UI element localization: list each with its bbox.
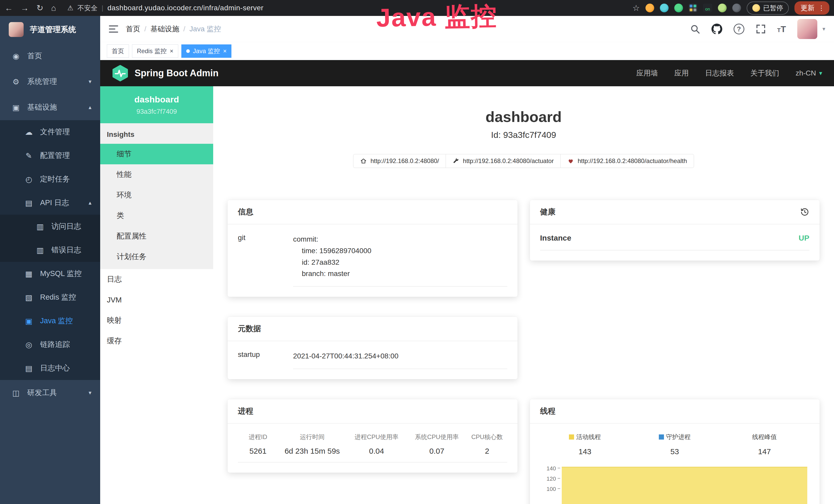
sba-nav-journal[interactable]: 日志报表 [705,68,734,78]
sba-item-details[interactable]: 细节 [100,144,213,164]
tag-java-monitor[interactable]: Java 监控 × [181,44,232,58]
gear-icon: ⚙ [11,77,21,86]
info-card: 信息 git commit: time: 1596289704000 id: 2… [227,200,518,297]
breadcrumb: 首页 / 基础设施 / Java 监控 [126,24,221,34]
sba-item-scheduled-tasks[interactable]: 计划任务 [100,247,213,267]
threads-chart-plot [562,465,810,504]
sidebar-item-java-monitor[interactable]: ▣ Java 监控 [0,309,100,333]
sidebar-item-infrastructure[interactable]: ▣ 基础设施 ▴ [0,94,100,120]
info-value: commit: time: 1596289704000 id: 27aa832 … [293,234,507,287]
update-button[interactable]: 更新 ⋮ [794,1,829,15]
back-icon[interactable]: ← [5,3,13,13]
process-card: 进程 进程ID 运行时间 进程CPU使用率 系统CPU使用率 CPU核心数 [227,399,518,473]
close-icon[interactable]: × [223,47,226,55]
github-icon[interactable] [711,24,722,35]
sidebar-item-log-center[interactable]: ▤ 日志中心 [0,357,100,380]
security-label[interactable]: 不安全 [77,4,97,13]
sidebar-item-access-logs[interactable]: ▥ 访问日志 [0,215,100,238]
instance-links: http://192.168.0.2:48080/ http://192.168… [227,154,820,168]
sba-item-environment[interactable]: 环境 [100,185,213,205]
home-icon[interactable]: ⌂ [51,3,56,13]
history-icon[interactable] [800,207,809,217]
chevron-down-icon: ▾ [819,70,822,77]
address-bar[interactable]: ⚠ 不安全 | dashboard.yudao.iocoder.cn/infra… [67,4,264,13]
layers-icon: ▧ [24,293,34,302]
sidebar-item-error-logs[interactable]: ▥ 错误日志 [0,238,100,262]
sba-nav-applications[interactable]: 应用 [675,68,689,78]
metadata-key: startup [238,350,293,369]
metadata-card: 元数据 startup 2021-04-27T00:44:31.254+08:0… [227,317,518,379]
threads-legend: 活动线程 143 守护进程 53 线程峰值 14 [540,433,810,456]
user-avatar[interactable] [797,19,817,39]
sidebar-item-api-logs[interactable]: ▤ API 日志 ▴ [0,191,100,215]
sba-item-jvm[interactable]: JVM [100,290,213,310]
health-instance-row: Instance UP [540,234,810,250]
forward-icon[interactable]: → [21,3,29,13]
extension-teal-icon[interactable] [660,4,668,12]
page: ← → ↻ ⌂ ⚠ 不安全 | dashboard.yudao.iocoder.… [0,0,834,504]
threads-card-title: 线程 [540,406,555,416]
refresh-icon[interactable]: ↻ [37,3,43,13]
sba-locale-select[interactable]: zh-CN ▾ [796,69,822,77]
page-title: dashboard [227,108,820,125]
help-icon[interactable]: ? [733,24,744,35]
extension-leaf-icon[interactable] [718,4,727,12]
sidebar-item-trace[interactable]: ◎ 链路追踪 [0,333,100,357]
font-size-icon[interactable]: TT [777,24,786,34]
sba-nav-about[interactable]: 关于我们 [750,68,779,78]
sidebar-item-home[interactable]: ◉ 首页 [0,43,100,69]
sba-item-performance[interactable]: 性能 [100,164,213,185]
sba-item-config-props[interactable]: 配置属性 [100,226,213,247]
url-text[interactable]: dashboard.yudao.iocoder.cn/infra/admin-s… [107,4,264,12]
threads-chart: 140 120 100 [540,465,810,504]
health-url-link[interactable]: http://192.168.0.2:48080/actuator/health [561,154,694,168]
instance-url-link[interactable]: http://192.168.0.2:48080/ [353,154,446,168]
sba-item-logs[interactable]: 日志 [100,269,213,290]
sba-brand[interactable]: Spring Boot Admin [112,65,219,82]
app-title: 芋道管理系统 [30,24,76,35]
health-card: 健康 Instance UP [530,200,820,260]
sidebar-item-mysql-monitor[interactable]: ▦ MySQL 监控 [0,262,100,285]
smiley-icon [752,4,760,12]
sba-navbar: Spring Boot Admin 应用墙 应用 日志报表 关于我们 zh-CN… [100,60,834,86]
extension-grid-icon[interactable] [688,4,697,12]
threads-card: 线程 活动线程 143 守护进程 53 [530,399,820,504]
instance-name: dashboard [104,94,209,105]
bookmark-star-icon[interactable]: ☆ [632,3,640,13]
avatar-caret-icon: ▾ [822,26,825,32]
fullscreen-icon[interactable] [756,24,766,34]
sba-item-caches[interactable]: 缓存 [100,331,213,351]
sidebar-item-system-management[interactable]: ⚙ 系统管理 ▾ [0,69,100,94]
legend-active-swatch [569,434,574,439]
warning-icon: ⚠ [67,4,73,12]
sba-nav-wallboard[interactable]: 应用墙 [636,68,658,78]
infrastructure-submenu: ☁ 文件管理 ✎ 配置管理 ◴ 定时任务 ▤ API 日志 ▴ [0,120,100,380]
close-icon[interactable]: × [170,47,173,55]
sidebar-item-config-management[interactable]: ✎ 配置管理 [0,144,100,167]
extension-orange-icon[interactable] [645,4,654,12]
kebab-menu-icon[interactable]: ⋮ [818,4,825,12]
home-icon [360,158,367,164]
breadcrumb-infrastructure[interactable]: 基础设施 [151,24,179,34]
hamburger-icon[interactable] [109,25,118,32]
sidebar-item-redis-monitor[interactable]: ▧ Redis 监控 [0,285,100,309]
extension-green-icon[interactable] [674,4,683,12]
sba-item-classes[interactable]: 类 [100,205,213,226]
tag-home[interactable]: 首页 [107,44,129,58]
sidebar-item-dev-tools[interactable]: ◫ 研发工具 ▾ [0,380,100,406]
monitor-icon: ▣ [11,103,21,112]
tag-redis-monitor[interactable]: Redis 监控 × [132,44,178,58]
extension-on-badge-icon[interactable]: on [703,4,712,12]
search-icon[interactable] [690,24,700,34]
active-threads-value: 143 [540,447,630,456]
process-table-header: 进程ID 运行时间 进程CPU使用率 系统CPU使用率 CPU核心数 [238,433,507,441]
actuator-url-link[interactable]: http://192.168.0.2:48080/actuator [446,154,561,168]
paused-badge[interactable]: 已暂停 [747,2,789,15]
sidebar-item-file-management[interactable]: ☁ 文件管理 [0,120,100,144]
heart-icon [567,158,574,164]
sba-logo-icon [112,65,128,82]
breadcrumb-home[interactable]: 首页 [126,24,140,34]
sidebar-item-scheduled-tasks[interactable]: ◴ 定时任务 [0,167,100,191]
sba-item-mappings[interactable]: 映射 [100,310,213,331]
extension-paw-icon[interactable] [732,4,741,12]
